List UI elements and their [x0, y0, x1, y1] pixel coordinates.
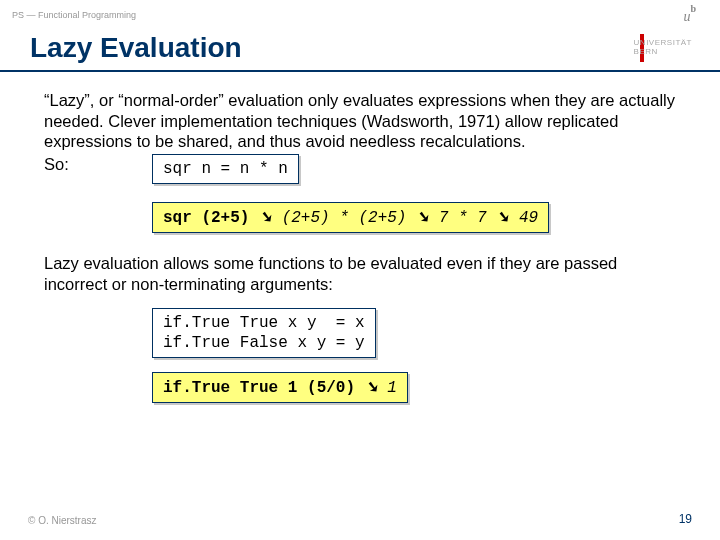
page-number: 19 [679, 512, 692, 526]
eval-row-2: if.True True 1 (5/0) ➘ 1 [152, 372, 684, 403]
university-logo: ub [683, 6, 696, 27]
eval1-d: 49 [519, 209, 538, 227]
eval2-b: 1 [387, 379, 397, 397]
code-iftrue-def: if.True True x y = x if.True False x y =… [152, 308, 376, 358]
eval1-b: (2+5) * (2+5) [282, 209, 407, 227]
title-underline [0, 70, 720, 72]
breadcrumb: PS — Functional Programming [0, 0, 720, 20]
code-sqr-def: sqr n = n * n [152, 154, 299, 184]
content-area: “Lazy”, or “normal-order” evaluation onl… [0, 72, 720, 403]
so-row: So: sqr n = n * n [44, 154, 684, 184]
paragraph-2: Lazy evaluation allows some functions to… [44, 253, 684, 294]
arrow-icon: ➘ [496, 207, 509, 227]
so-label: So: [44, 154, 152, 175]
logo-b: b [690, 3, 696, 14]
page-title: Lazy Evaluation [0, 30, 720, 68]
code-row-2: if.True True x y = x if.True False x y =… [152, 308, 684, 358]
arrow-icon: ➘ [259, 207, 272, 227]
title-band: Lazy Evaluation [0, 30, 720, 72]
footer-copyright: © O. Nierstrasz [28, 515, 97, 526]
eval2-a: if.True True 1 (5/0) [163, 379, 355, 397]
eval-row-1: sqr (2+5) ➘ (2+5) * (2+5) ➘ 7 * 7 ➘ 49 [152, 202, 684, 233]
code-iftrue-eval: if.True True 1 (5/0) ➘ 1 [152, 372, 408, 403]
code-sqr-eval: sqr (2+5) ➘ (2+5) * (2+5) ➘ 7 * 7 ➘ 49 [152, 202, 549, 233]
eval1-a: sqr (2+5) [163, 209, 249, 227]
eval1-c: 7 * 7 [439, 209, 487, 227]
arrow-icon: ➘ [416, 207, 429, 227]
paragraph-1: “Lazy”, or “normal-order” evaluation onl… [44, 90, 684, 152]
logo-ub: ub [683, 6, 696, 25]
arrow-icon: ➘ [365, 377, 378, 397]
